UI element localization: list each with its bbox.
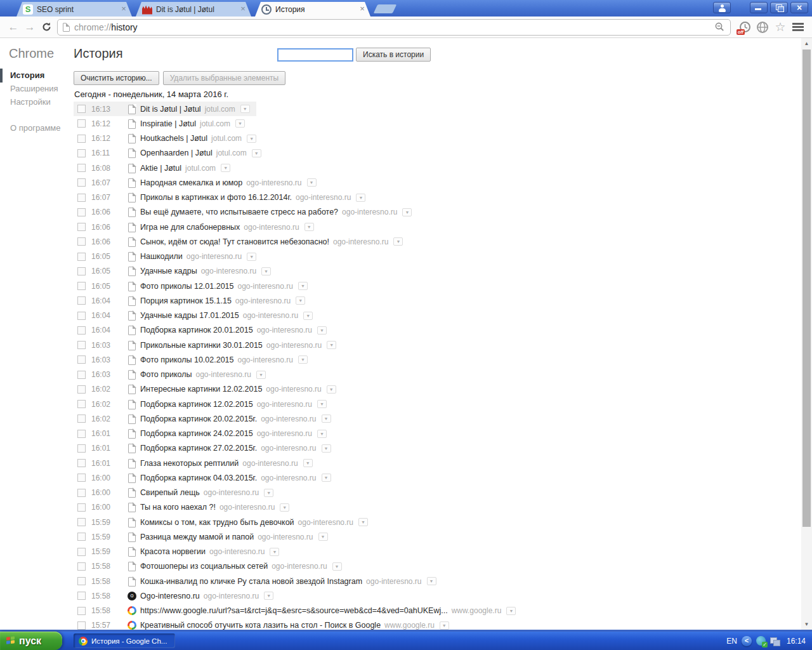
entry-title[interactable]: Dit is Jøtul | Jøtul bbox=[140, 105, 201, 114]
search-history-button[interactable]: Искать в истории bbox=[356, 48, 431, 62]
history-row[interactable]: 16:04 Удачные кадры 17.01.2015 ogo-inter… bbox=[74, 308, 319, 323]
history-row[interactable]: 15:58 Фотошоперы из социальных сетей ogo… bbox=[74, 559, 348, 574]
entry-title[interactable]: Aktie | Jøtul bbox=[140, 164, 181, 173]
entry-title[interactable]: Интересные картинки 12.02.2015 bbox=[140, 385, 262, 394]
entry-title[interactable]: Ты на кого наехал ?! bbox=[140, 503, 216, 512]
entry-menu-icon[interactable]: ▼ bbox=[440, 621, 449, 630]
entry-menu-icon[interactable]: ▼ bbox=[264, 592, 273, 600]
sidebar-item-extensions[interactable]: Расширения bbox=[10, 84, 58, 93]
entry-menu-icon[interactable]: ▼ bbox=[280, 503, 289, 512]
entry-checkbox[interactable] bbox=[77, 577, 86, 585]
history-row[interactable]: 16:03 Фото приколы ogo-interesno.ru ▼ bbox=[74, 368, 272, 382]
tray-chevron-icon[interactable]: < bbox=[742, 636, 752, 646]
entry-menu-icon[interactable]: ▼ bbox=[303, 459, 313, 467]
history-row[interactable]: 16:00 Ты на кого наехал ?! ogo-interesno… bbox=[74, 500, 296, 515]
entry-checkbox[interactable] bbox=[77, 489, 86, 497]
sidebar-item-settings[interactable]: Настройки bbox=[10, 97, 51, 107]
history-row[interactable]: 15:57 Креативный способ отучить кота лаз… bbox=[74, 618, 455, 630]
entry-checkbox[interactable] bbox=[77, 149, 86, 157]
entry-checkbox[interactable] bbox=[77, 253, 86, 261]
entry-menu-icon[interactable]: ▼ bbox=[317, 326, 327, 335]
entry-checkbox[interactable] bbox=[77, 518, 86, 526]
entry-title[interactable]: Разница между мамой и папой bbox=[140, 533, 254, 541]
entry-checkbox[interactable] bbox=[77, 562, 86, 571]
search-input[interactable] bbox=[277, 48, 353, 62]
entry-menu-icon[interactable]: ▼ bbox=[304, 223, 314, 231]
entry-title[interactable]: Подборка картинок 20.01.2015 bbox=[140, 326, 253, 335]
entry-menu-icon[interactable]: ▼ bbox=[393, 237, 403, 246]
entry-menu-icon[interactable]: ▼ bbox=[296, 296, 305, 305]
globe-extension-icon[interactable] bbox=[754, 18, 771, 36]
scroll-down-icon[interactable]: ▼ bbox=[801, 619, 812, 630]
entry-title[interactable]: Кошка-инвалид по кличке Ру стала новой з… bbox=[140, 577, 362, 586]
history-row[interactable]: 16:12 Houtkachels | Jøtul jotul.com ▼ bbox=[74, 131, 263, 146]
entry-title[interactable]: Сынок, идём от сюда! Тут становится небе… bbox=[140, 237, 329, 246]
history-row[interactable]: 16:12 Inspiratie | Jøtul jotul.com ▼ bbox=[74, 116, 251, 131]
history-row[interactable]: 16:11 Openhaarden | Jøtul jotul.com ▼ bbox=[74, 146, 268, 161]
entry-menu-icon[interactable]: ▼ bbox=[327, 385, 336, 394]
entry-checkbox[interactable] bbox=[77, 400, 86, 408]
history-row[interactable]: 15:58 https://www.google.ru/url?sa=t&rct… bbox=[74, 604, 522, 618]
history-row[interactable]: 16:03 Фото приколы 10.02.2015 ogo-intere… bbox=[74, 352, 314, 367]
entry-menu-icon[interactable]: ▼ bbox=[318, 533, 328, 541]
entry-menu-icon[interactable]: ▼ bbox=[303, 312, 313, 320]
history-row[interactable]: 16:00 Подборка картинок 04.03.2015г. ogo… bbox=[74, 470, 337, 485]
entry-menu-icon[interactable]: ▼ bbox=[252, 149, 261, 157]
scrollbar[interactable]: ▲ ▼ bbox=[801, 38, 812, 630]
entry-checkbox[interactable] bbox=[77, 444, 86, 453]
history-row[interactable]: 16:06 Игра не для слабонервных ogo-inter… bbox=[74, 220, 320, 234]
history-row[interactable]: 16:04 Порция картинок 15.1.15 ogo-intere… bbox=[74, 293, 311, 308]
entry-checkbox[interactable] bbox=[77, 178, 86, 187]
start-button[interactable]: пуск bbox=[0, 632, 62, 650]
entry-menu-icon[interactable]: ▼ bbox=[235, 119, 245, 128]
entry-checkbox[interactable] bbox=[77, 135, 86, 143]
entry-menu-icon[interactable]: ▼ bbox=[327, 341, 336, 349]
new-tab-button[interactable] bbox=[374, 4, 397, 13]
entry-menu-icon[interactable]: ▼ bbox=[221, 164, 230, 172]
zoom-icon[interactable] bbox=[714, 22, 725, 32]
entry-title[interactable]: https://www.google.ru/url?sa=t&rct=j&q=&… bbox=[140, 606, 448, 615]
entry-title[interactable]: Креативный способ отучить кота лазить на… bbox=[140, 621, 381, 630]
tab-history-active[interactable]: История × bbox=[255, 2, 370, 17]
entry-title[interactable]: Houtkachels | Jøtul bbox=[140, 134, 207, 143]
minimize-button[interactable] bbox=[750, 2, 768, 13]
entry-menu-icon[interactable]: ▼ bbox=[402, 208, 412, 216]
history-row[interactable]: 16:01 Подборка картинок 27.02.2015г. ogo… bbox=[74, 441, 337, 456]
history-row[interactable]: 16:08 Aktie | Jøtul jotul.com ▼ bbox=[74, 161, 237, 175]
entry-title[interactable]: Подборка картинок 04.03.2015г. bbox=[140, 474, 257, 482]
history-row[interactable]: 16:03 Прикольные картинки 30.01.2015 ogo… bbox=[74, 338, 343, 352]
tab-jotul[interactable]: Dit is Jøtul | Jøtul × bbox=[136, 2, 251, 17]
entry-title[interactable]: Подборка картинок 12.02.2015 bbox=[140, 400, 253, 409]
entry-title[interactable]: Inspiratie | Jøtul bbox=[140, 119, 196, 128]
scrollbar-thumb[interactable] bbox=[802, 50, 811, 527]
back-icon[interactable]: ← bbox=[5, 21, 22, 34]
history-row[interactable]: 16:01 Глаза некоторых рептилий ogo-inter… bbox=[74, 456, 319, 470]
entry-title[interactable]: Подборка картинок 27.02.2015г. bbox=[140, 444, 257, 453]
history-row[interactable]: 16:13 Dit is Jøtul | Jøtul jotul.com ▼ bbox=[74, 102, 256, 116]
entry-checkbox[interactable] bbox=[77, 459, 86, 467]
tray-status-icon[interactable] bbox=[756, 636, 766, 646]
tab-close-icon[interactable]: × bbox=[358, 5, 367, 14]
entry-checkbox[interactable] bbox=[77, 592, 86, 600]
entry-menu-icon[interactable]: ▼ bbox=[247, 253, 256, 261]
history-row[interactable]: 16:02 Подборка картинок 20.02.2015г. ogo… bbox=[74, 411, 337, 426]
entry-checkbox[interactable] bbox=[77, 533, 86, 541]
entry-menu-icon[interactable]: ▼ bbox=[270, 548, 279, 556]
entry-checkbox[interactable] bbox=[77, 312, 86, 320]
bookmark-star-icon[interactable]: ☆ bbox=[771, 18, 789, 36]
entry-checkbox[interactable] bbox=[77, 282, 86, 290]
history-onoff-extension-icon[interactable]: off bbox=[736, 18, 754, 36]
taskbar-task-chrome[interactable]: История - Google Ch... bbox=[74, 633, 175, 648]
entry-checkbox[interactable] bbox=[77, 385, 86, 394]
chrome-menu-icon[interactable] bbox=[789, 18, 807, 36]
entry-menu-icon[interactable]: ▼ bbox=[317, 400, 327, 408]
entry-checkbox[interactable] bbox=[77, 267, 86, 275]
entry-checkbox[interactable] bbox=[77, 237, 86, 246]
entry-menu-icon[interactable]: ▼ bbox=[307, 178, 317, 187]
restore-button[interactable] bbox=[770, 2, 788, 13]
entry-menu-icon[interactable]: ▼ bbox=[356, 194, 365, 202]
entry-checkbox[interactable] bbox=[77, 119, 86, 128]
entry-checkbox[interactable] bbox=[77, 503, 86, 512]
entry-menu-icon[interactable]: ▼ bbox=[506, 607, 516, 615]
history-row[interactable]: 16:05 Фото приколы 12.01.2015 ogo-intere… bbox=[74, 279, 314, 293]
